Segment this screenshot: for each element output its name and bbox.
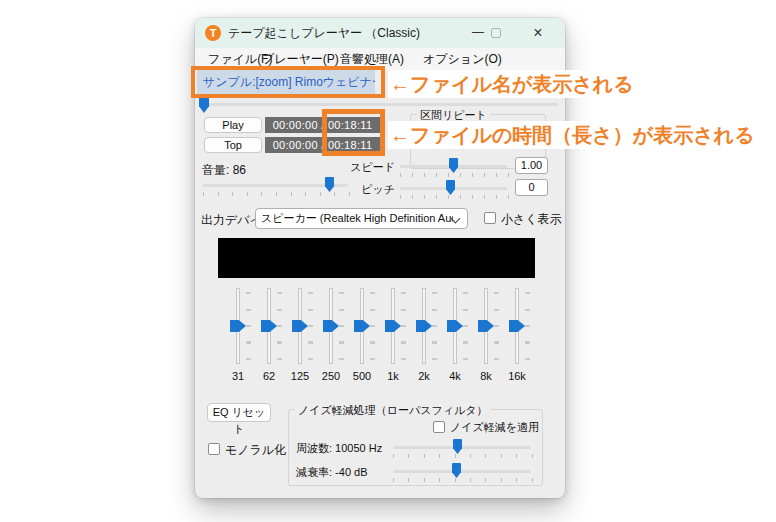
- window-title: テープ起こしプレーヤー （Classic): [228, 18, 420, 48]
- eq-band-label: 62: [254, 370, 284, 382]
- pitch-slider-thumb[interactable]: [446, 180, 455, 195]
- eq-slider-ticks: [525, 292, 530, 361]
- eq-slider-thumb[interactable]: [230, 320, 246, 332]
- eq-slider-ticks: [246, 292, 251, 361]
- seek-bar[interactable]: [203, 103, 558, 106]
- eq-slider-ticks: [401, 292, 406, 361]
- eq-slider-thumb[interactable]: [478, 320, 494, 332]
- top-button[interactable]: Top: [204, 137, 262, 153]
- eq-band-label: 4k: [440, 370, 470, 382]
- pitch-slider-ticks: [400, 195, 510, 199]
- noise-apply-label: ノイズ軽減を適用: [450, 420, 539, 435]
- speed-slider-ticks: [400, 173, 510, 177]
- eq-slider-ticks: [339, 292, 344, 361]
- eq-slider-ticks: [277, 292, 282, 361]
- noise-frequency-slider-thumb[interactable]: [453, 439, 462, 454]
- menu-options[interactable]: オプション(O): [423, 48, 502, 70]
- speed-label: スピード: [305, 160, 395, 175]
- small-display-label: 小さく表示: [501, 211, 562, 228]
- app-icon: T: [205, 25, 221, 41]
- noise-decay-slider[interactable]: [393, 470, 531, 473]
- speed-value-field[interactable]: 1.00: [515, 157, 548, 174]
- eq-slider-thumb[interactable]: [447, 320, 463, 332]
- mono-checkbox[interactable]: [208, 443, 220, 455]
- eq-band-label: 8k: [471, 370, 501, 382]
- eq-band-label: 16k: [502, 370, 532, 382]
- noise-decay-slider-thumb[interactable]: [452, 463, 461, 478]
- pitch-label: ピッチ: [305, 182, 395, 197]
- eq-slider-ticks: [308, 292, 313, 361]
- eq-slider-thumb[interactable]: [416, 320, 432, 332]
- eq-reset-button[interactable]: EQ リセット: [207, 403, 271, 422]
- noise-decay-slider-ticks: [393, 478, 533, 482]
- eq-band-label: 31: [223, 370, 253, 382]
- eq-slider-thumb[interactable]: [509, 320, 525, 332]
- eq-band-label: 2k: [409, 370, 439, 382]
- eq-slider-thumb[interactable]: [261, 320, 277, 332]
- eq-slider-ticks: [463, 292, 468, 361]
- minimize-button[interactable]: —: [467, 18, 489, 48]
- eq-band-label: 1k: [378, 370, 408, 382]
- visualization-display: [218, 238, 535, 278]
- noise-apply-checkbox[interactable]: [433, 421, 445, 433]
- eq-slider-ticks: [370, 292, 375, 361]
- output-device-value: スピーカー (Realtek High Definition Audio(S: [261, 209, 453, 228]
- eq-band-label: 500: [347, 370, 377, 382]
- noise-frequency-label: 周波数: 10050 Hz: [296, 441, 382, 456]
- eq-slider-thumb[interactable]: [385, 320, 401, 332]
- noise-reduction-group-label: ノイズ軽減処理（ローパスフィルタ）: [295, 403, 491, 418]
- eq-band-label: 125: [285, 370, 315, 382]
- volume-label: 音量: 86: [202, 162, 246, 179]
- screenshot-canvas: T テープ起こしプレーヤー （Classic) — × ファイル(F) プレーヤ…: [0, 0, 776, 522]
- highlight-rect-filename: [191, 66, 385, 98]
- eq-slider-ticks: [432, 292, 437, 361]
- title-bar: T テープ起こしプレーヤー （Classic) — ×: [195, 18, 565, 48]
- small-display-checkbox[interactable]: [484, 212, 496, 224]
- eq-band-label: 250: [316, 370, 346, 382]
- annotation-duration: ←ファイルの時間（長さ）が表示される: [388, 121, 760, 149]
- highlight-rect-duration: [322, 109, 385, 156]
- eq-slider-ticks: [494, 292, 499, 361]
- eq-slider-thumb[interactable]: [354, 320, 370, 332]
- maximize-button[interactable]: [491, 28, 501, 38]
- close-button[interactable]: ×: [525, 18, 551, 48]
- speed-slider-thumb[interactable]: [449, 158, 458, 173]
- noise-reduction-group: ノイズ軽減処理（ローパスフィルタ） ノイズ軽減を適用 周波数: 10050 Hz…: [288, 409, 543, 486]
- noise-decay-label: 減衰率: -40 dB: [296, 465, 368, 480]
- output-device-select[interactable]: スピーカー (Realtek High Definition Audio(S: [255, 208, 468, 229]
- noise-frequency-slider-ticks: [393, 454, 533, 458]
- annotation-filename: ←ファイル名が表示される: [388, 70, 639, 98]
- eq-slider-thumb[interactable]: [323, 320, 339, 332]
- eq-slider-thumb[interactable]: [292, 320, 308, 332]
- play-button[interactable]: Play: [204, 117, 262, 133]
- pitch-value-field[interactable]: 0: [515, 179, 548, 196]
- mono-label: モノラル化: [225, 442, 286, 459]
- noise-frequency-slider[interactable]: [393, 446, 531, 449]
